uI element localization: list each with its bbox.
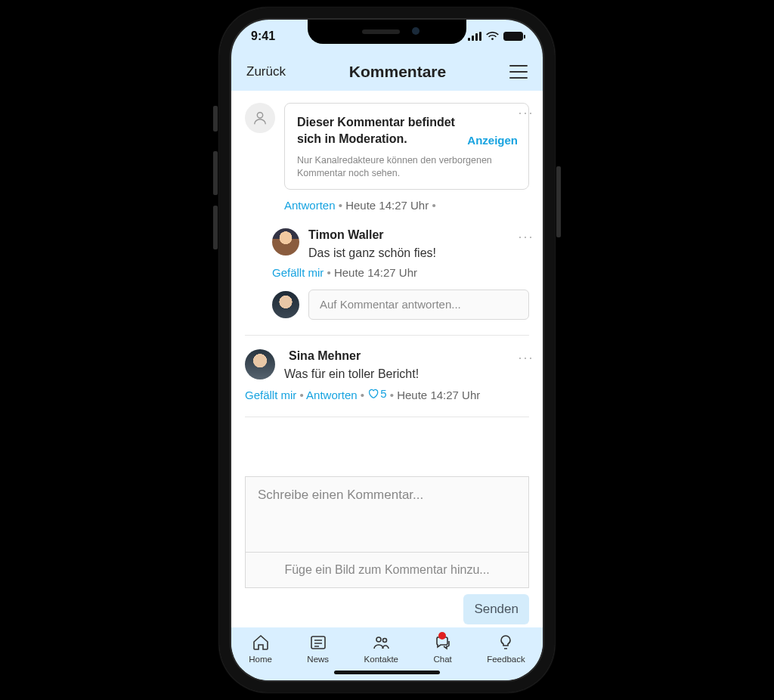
compose-add-image[interactable]: Füge ein Bild zum Kommentar hinzu... (245, 552, 529, 588)
avatar[interactable] (245, 349, 275, 379)
comment-time: Heute 14:27 Uhr (397, 389, 480, 401)
device-notch (308, 20, 466, 44)
notification-dot-icon (438, 632, 446, 640)
reply-placeholder: Auf Kommentar antworten... (320, 298, 461, 311)
app-header: Zurück Kommentare (231, 53, 543, 91)
phone-frame: 9:41 Zurück Kommentare (219, 8, 555, 692)
comment-reply: ⋮ Timon Waller Das ist ganz schön fies! … (272, 228, 529, 279)
feedback-icon (497, 633, 515, 652)
tab-feedback[interactable]: Feedback (487, 633, 525, 664)
compose-placeholder: Schreibe einen Kommentar... (258, 488, 423, 502)
comment-body: Das ist ganz schön fies! (308, 246, 529, 260)
news-icon (309, 633, 327, 652)
comment-moderated: Dieser Kommentar befindet sich in Modera… (245, 103, 529, 190)
comment-time: Heute 14:27 Uhr (334, 266, 417, 279)
reply-link[interactable]: Antworten (306, 389, 358, 401)
page-title: Kommentare (349, 63, 446, 81)
tab-chat[interactable]: Chat (433, 633, 451, 664)
divider (245, 417, 529, 417)
reply-link[interactable]: Antworten (284, 199, 336, 212)
compose-image-label: Füge ein Bild zum Kommentar hinzu... (284, 563, 489, 577)
tab-news[interactable]: News (307, 633, 329, 664)
commenter-name: Sina Mehner (289, 349, 529, 363)
composer: Schreibe einen Kommentar... Füge ein Bil… (231, 473, 543, 627)
comment-time: Heute 14:27 Uhr (345, 199, 429, 212)
comment-thread: ⋮ Sina Mehner Was für ein toller Bericht… (245, 349, 529, 401)
send-button[interactable]: Senden (463, 594, 529, 624)
tab-home[interactable]: Home (249, 633, 272, 664)
status-time: 9:41 (251, 29, 275, 43)
contacts-icon (372, 633, 390, 652)
reply-input[interactable]: Auf Kommentar antworten... (308, 290, 529, 320)
divider (245, 335, 529, 336)
avatar[interactable] (272, 228, 299, 256)
wifi-icon (486, 32, 499, 41)
avatar-self[interactable] (272, 291, 299, 318)
cellular-icon (468, 32, 481, 41)
home-icon (252, 633, 270, 652)
svg-point-6 (376, 637, 381, 642)
like-link[interactable]: Gefällt mir (245, 389, 296, 401)
tab-bar: Home News Kontakte Chat Feedback (231, 627, 543, 680)
svg-point-7 (383, 639, 387, 643)
moderation-title-2: sich in Moderation. (297, 132, 407, 145)
menu-icon[interactable] (509, 65, 528, 79)
more-icon[interactable]: ⋮ (523, 106, 529, 121)
battery-icon (503, 32, 523, 41)
svg-point-0 (491, 38, 494, 40)
compose-text-input[interactable]: Schreibe einen Kommentar... (245, 476, 529, 552)
likes-count[interactable]: 5 (367, 387, 386, 400)
back-button[interactable]: Zurück (246, 64, 286, 79)
avatar-anonymous-icon (245, 103, 275, 133)
comment-body: Was für ein toller Bericht! (284, 367, 529, 381)
show-button[interactable]: Anzeigen (467, 134, 518, 147)
like-link[interactable]: Gefällt mir (272, 266, 324, 279)
svg-point-1 (257, 113, 262, 118)
moderation-title-1: Dieser Kommentar befindet (297, 116, 455, 129)
commenter-name: Timon Waller (308, 228, 529, 242)
home-indicator (334, 671, 440, 674)
tab-contacts[interactable]: Kontakte (364, 633, 398, 664)
moderation-subtext: Nur Kanalredakteure können den verborgen… (297, 154, 516, 180)
